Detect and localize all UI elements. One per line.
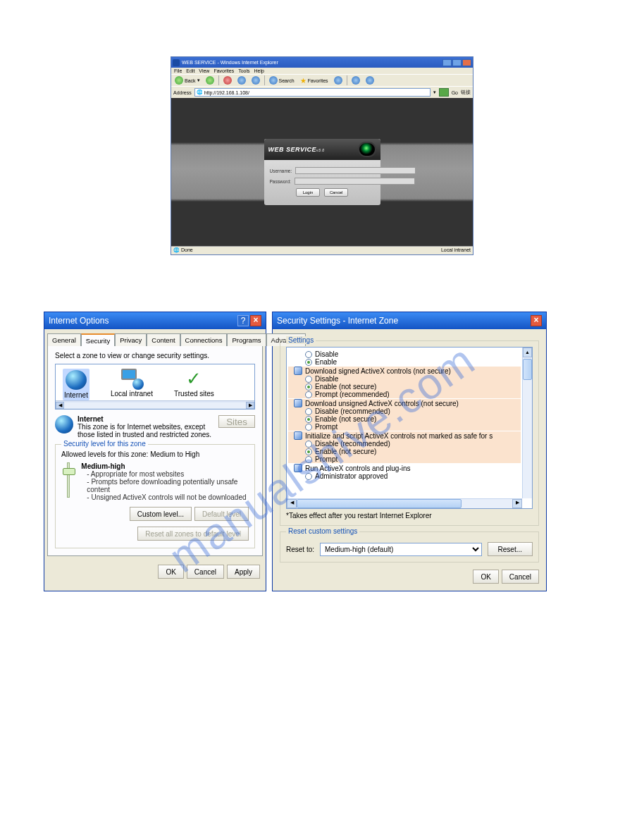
mail-button[interactable] — [349, 75, 362, 85]
menu-file[interactable]: File — [174, 68, 182, 73]
menu-help[interactable]: Help — [254, 68, 264, 73]
radio-disable[interactable]: Disable — [288, 375, 521, 383]
cat-initialize-script: Initialize and script ActiveX controls n… — [288, 431, 521, 440]
password-input[interactable] — [295, 178, 415, 185]
ie-menubar: File Edit View Favorites Tools Help — [171, 68, 473, 74]
zone-name: Internet — [78, 415, 214, 423]
reset-to-select[interactable]: Medium-high (default) — [320, 543, 482, 556]
cat-download-signed: Download signed ActiveX controls (not se… — [288, 367, 521, 375]
tab-connections[interactable]: Connections — [180, 333, 228, 346]
custom-level-button[interactable]: Custom level... — [130, 507, 192, 521]
security-level-group: Security level for this zone Allowed lev… — [55, 444, 255, 548]
io-footer: OK Cancel Apply — [44, 560, 266, 586]
ie-statusbar: 🌐 Done Local intranet — [171, 246, 473, 254]
cat-run-plugins: Run ActiveX controls and plug-ins — [288, 464, 521, 472]
allowed-levels-text: Allowed levels for this zone: Medium to … — [61, 450, 249, 458]
login-panel: WEB SERVICEv3.0 Username: Password: Logi… — [264, 139, 380, 205]
security-slider[interactable] — [61, 462, 75, 501]
username-input[interactable] — [295, 167, 416, 174]
address-field[interactable]: 🌐http://192.168.1.108/ — [194, 88, 431, 97]
tab-security[interactable]: Security — [81, 333, 115, 346]
settings-group: Settings Disable Enable Download signed … — [280, 340, 539, 526]
activex-icon — [294, 367, 302, 375]
io-title: Internet Options — [49, 316, 236, 326]
reset-button[interactable]: Reset... — [488, 542, 533, 556]
close-button[interactable] — [462, 59, 471, 66]
menu-edit[interactable]: Edit — [186, 68, 194, 73]
maximize-button[interactable] — [452, 59, 462, 66]
io-close-button[interactable]: × — [250, 315, 261, 326]
radio-prompt[interactable]: Prompt — [288, 423, 521, 431]
home-button[interactable] — [249, 75, 262, 85]
zone-scrollbar[interactable]: ◀▶ — [56, 400, 254, 409]
radio-disable-rec[interactable]: Disable (recommended) — [288, 440, 521, 448]
address-label: Address — [173, 90, 192, 95]
radio-prompt[interactable]: Prompt — [288, 455, 521, 463]
minimize-button[interactable] — [442, 59, 452, 66]
help-button[interactable]: ? — [237, 315, 249, 326]
document-page: WEB SERVICE - Windows Internet Explorer … — [0, 0, 644, 732]
menu-favorites[interactable]: Favorites — [213, 68, 234, 73]
tab-content[interactable]: Content — [147, 333, 180, 346]
links-label[interactable]: 链接 — [461, 89, 471, 96]
radio-admin[interactable]: Administrator approved — [288, 472, 521, 480]
radio-enable-ns[interactable]: Enable (not secure) — [288, 383, 521, 391]
tab-programs[interactable]: Programs — [227, 333, 266, 346]
level-name: Medium-high — [81, 462, 249, 470]
print-button[interactable] — [364, 75, 376, 85]
zone-internet[interactable]: Internet — [63, 369, 89, 400]
intranet-icon — [121, 369, 142, 388]
login-button[interactable]: Login — [296, 188, 320, 197]
radio-disable-rec[interactable]: Disable (recommended) — [288, 407, 521, 415]
favorites-button[interactable]: ★Favorites — [298, 76, 330, 85]
io-apply-button[interactable]: Apply — [227, 565, 260, 579]
status-text: Done — [181, 247, 193, 252]
back-button[interactable]: Back ▾ — [173, 75, 202, 85]
radio-prompt-rec[interactable]: Prompt (recommended) — [288, 391, 521, 398]
zone-desc: This zone is for Internet websites, exce… — [78, 423, 214, 438]
tab-general[interactable]: General — [47, 333, 81, 346]
zone-local-intranet[interactable]: Local intranet — [111, 369, 153, 400]
login-header: WEB SERVICEv3.0 — [264, 139, 380, 160]
horizontal-scrollbar[interactable]: ◀▶ — [287, 498, 522, 508]
globe-icon — [55, 415, 73, 434]
ie-titlebar: WEB SERVICE - Windows Internet Explorer — [171, 57, 473, 68]
menu-tools[interactable]: Tools — [238, 68, 249, 73]
forward-button[interactable] — [204, 75, 216, 85]
radio-enable[interactable]: Enable — [288, 358, 521, 366]
ss-close-button[interactable]: × — [531, 315, 542, 326]
ss-cancel-button[interactable]: Cancel — [502, 570, 539, 584]
vertical-scrollbar[interactable]: ▲ — [522, 348, 532, 498]
login-cancel-button[interactable]: Cancel — [324, 188, 348, 197]
zone-trusted[interactable]: ✓ Trusted sites — [174, 369, 214, 400]
restart-note: *Takes effect after you restart Internet… — [286, 512, 533, 520]
history-button[interactable] — [332, 75, 345, 85]
radio-enable-ns[interactable]: Enable (not secure) — [288, 415, 521, 423]
io-ok-button[interactable]: OK — [158, 565, 183, 579]
menu-view[interactable]: View — [199, 68, 209, 73]
dropdown-icon[interactable]: ▾ — [433, 90, 436, 95]
check-icon: ✓ — [183, 369, 204, 388]
stop-button[interactable] — [221, 75, 234, 85]
tab-privacy[interactable]: Privacy — [115, 333, 147, 346]
refresh-button[interactable] — [235, 75, 248, 85]
radio-disable[interactable]: Disable — [288, 350, 521, 358]
default-level-button: Default level — [194, 507, 249, 521]
ie-window-title: WEB SERVICE - Windows Internet Explorer — [182, 60, 442, 65]
go-button[interactable] — [439, 88, 449, 97]
io-titlebar: Internet Options ? × — [44, 312, 266, 329]
search-button[interactable]: Search — [267, 75, 297, 85]
radio-enable-ns[interactable]: Enable (not secure) — [288, 448, 521, 455]
security-settings-dialog: Security Settings - Internet Zone × Sett… — [272, 312, 547, 591]
ss-ok-button[interactable]: OK — [473, 570, 498, 584]
reset-to-label: Reset to: — [286, 546, 314, 553]
activex-icon — [294, 464, 302, 472]
io-cancel-button[interactable]: Cancel — [187, 565, 224, 579]
ie-window: WEB SERVICE - Windows Internet Explorer … — [171, 56, 473, 255]
settings-list: Disable Enable Download signed ActiveX c… — [286, 347, 533, 509]
ie-icon — [173, 59, 180, 66]
zone-list: Internet Local intranet ✓ Trusted sites … — [55, 364, 255, 410]
ie-addressbar: Address 🌐http://192.168.1.108/ ▾ Go 链接 — [171, 86, 473, 98]
activex-icon — [294, 399, 302, 407]
io-tabs: General Security Privacy Content Connect… — [44, 329, 266, 346]
